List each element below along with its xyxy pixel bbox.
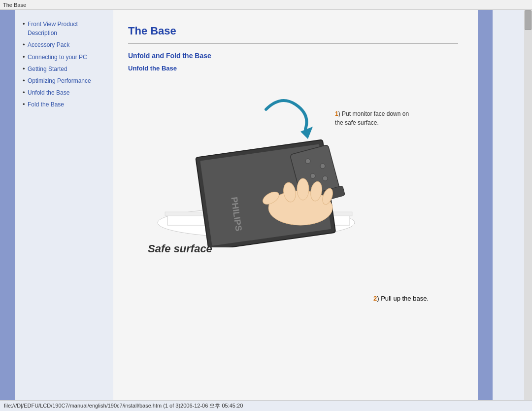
page-title: The Base	[128, 25, 458, 37]
svg-point-8	[323, 176, 328, 181]
nav-item-fold: Fold the Base	[23, 100, 105, 109]
monitor-illustration: PHILIPS	[138, 80, 394, 247]
nav-link-fold[interactable]: Fold the Base	[28, 101, 64, 108]
content-area: The Base Unfold and Fold the Base Unfold…	[113, 10, 478, 400]
status-bar: file:///D|/EDFU/LCD/190C7/manual/english…	[0, 400, 532, 411]
svg-point-7	[310, 173, 315, 178]
scrollbar-thumb[interactable]	[525, 10, 532, 30]
nav-item-accessory: Accessory Pack	[23, 40, 105, 49]
nav-item-optimizing: Optimizing Performance	[23, 76, 105, 85]
step2-text: Pull up the base.	[381, 295, 429, 302]
step2-text-static: )	[377, 295, 381, 302]
nav-link-connecting[interactable]: Connecting to your PC	[28, 54, 87, 61]
nav-link-front-view[interactable]: Front View Product Description	[28, 21, 78, 36]
main-layout: Front View Product Description Accessory…	[0, 10, 532, 400]
svg-point-13	[297, 178, 309, 200]
step1-text: Put monitor face down on the safe surfac…	[335, 110, 409, 126]
nav-list: Front View Product Description Accessory…	[23, 20, 105, 109]
status-bar-text: file:///D|/EDFU/LCD/190C7/manual/english…	[4, 402, 243, 410]
nav-link-getting-started[interactable]: Getting Started	[28, 66, 67, 72]
step1-text-static: )	[338, 110, 342, 117]
title-bar: The Base	[0, 0, 532, 10]
right-panel	[493, 10, 532, 400]
step2-section: 2) Pull up the base.	[128, 295, 458, 302]
scrollbar[interactable]	[524, 10, 532, 400]
title-bar-text: The Base	[3, 2, 26, 8]
step1-number: 1	[335, 110, 338, 117]
curved-arrow-icon	[266, 101, 313, 139]
nav-link-unfold[interactable]: Unfold the Base	[28, 89, 69, 96]
svg-point-6	[320, 164, 325, 169]
safe-surface-label: Safe surface	[148, 242, 424, 255]
right-accent-strip	[478, 10, 493, 400]
left-accent-strip	[0, 10, 15, 400]
content-wrapper: The Base Unfold and Fold the Base Unfold…	[128, 25, 458, 302]
step1-note: 1) Put monitor face down on the safe sur…	[335, 109, 414, 127]
sidebar-nav: Front View Product Description Accessory…	[15, 10, 113, 400]
nav-link-optimizing[interactable]: Optimizing Performance	[28, 77, 91, 84]
illustration-section: 1) Put monitor face down on the safe sur…	[128, 80, 424, 255]
section-heading: Unfold and Fold the Base	[128, 52, 458, 60]
svg-point-5	[305, 159, 310, 164]
nav-item-getting-started: Getting Started	[23, 65, 105, 73]
divider	[128, 43, 458, 44]
nav-link-accessory[interactable]: Accessory Pack	[28, 41, 69, 48]
nav-item-connecting: Connecting to your PC	[23, 53, 105, 62]
sub-heading: Unfold the Base	[128, 65, 458, 72]
nav-item-unfold: Unfold the Base	[23, 88, 105, 97]
nav-item-front-view: Front View Product Description	[23, 20, 105, 37]
